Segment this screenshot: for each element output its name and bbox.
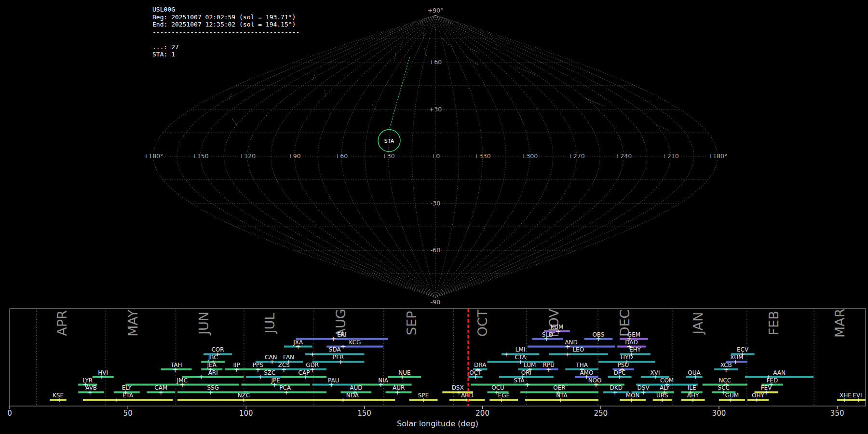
meteor-trail bbox=[468, 47, 479, 53]
shower-AAN: AAN+ bbox=[745, 369, 814, 381]
shower-peak-marker: + bbox=[518, 358, 523, 366]
latitude-label: +90° bbox=[428, 7, 444, 14]
x-axis-tick-label: 250 bbox=[594, 409, 608, 418]
shower-activity-timeline: APRMAYJUNJULAUGSEPOCTNOVDECJANFEBMARKUM+… bbox=[0, 304, 868, 434]
shower-EVI: EVI+ bbox=[849, 392, 866, 404]
shower-code-label: NDA bbox=[346, 392, 359, 399]
shower-XHE: XHE+ bbox=[837, 392, 854, 404]
shower-peak-marker: + bbox=[284, 389, 289, 396]
shower-activity-bar bbox=[83, 399, 173, 401]
shower-peak-marker: + bbox=[558, 396, 563, 404]
shower-peak-marker: + bbox=[113, 396, 119, 404]
longitude-label: +0 bbox=[431, 152, 440, 160]
shower-peak-marker: + bbox=[296, 343, 301, 350]
shower-peak-marker: + bbox=[617, 373, 623, 380]
shower-peak-marker: + bbox=[302, 373, 308, 380]
shower-peak-marker: + bbox=[255, 366, 260, 373]
longitude-label: +300 bbox=[521, 152, 538, 160]
month-label: SEP bbox=[404, 311, 419, 335]
shower-PAU: PAU+ bbox=[312, 377, 355, 389]
shower-code-label: AAN bbox=[773, 369, 786, 376]
divider: --------------------------------------- bbox=[152, 28, 299, 36]
shower-JXA: JXA+ bbox=[284, 339, 312, 351]
longitude-label: +240 bbox=[615, 152, 632, 160]
shower-OBS: OBS+ bbox=[584, 331, 613, 343]
shower-peak-marker: + bbox=[281, 366, 286, 373]
shower-ERI: ERI+ bbox=[296, 331, 388, 343]
x-axis-tick-label: 350 bbox=[830, 409, 844, 418]
meteor-trail bbox=[372, 105, 377, 111]
meteor-radiant-plot: +180°+150+120+90+60+30+0+330+300+270+240… bbox=[0, 0, 868, 434]
shower-KSE: KSE+ bbox=[50, 392, 66, 404]
month-label: JAN bbox=[691, 312, 705, 335]
meteor-trail bbox=[232, 119, 236, 125]
longitude-label: +150 bbox=[192, 152, 208, 160]
station-id: USL00G bbox=[152, 6, 299, 14]
shower-peak-marker: + bbox=[179, 381, 185, 388]
shower-peak-marker: + bbox=[173, 366, 178, 373]
x-axis-tick-label: 100 bbox=[239, 409, 253, 418]
shower-SPE: SPE+ bbox=[409, 392, 438, 404]
shower-peak-marker: + bbox=[57, 396, 62, 404]
x-axis-tick-label: 300 bbox=[712, 409, 726, 418]
shower-peak-marker: + bbox=[338, 358, 343, 366]
shower-ORI: ORI+ bbox=[499, 369, 554, 381]
month-label: MAR bbox=[832, 309, 847, 338]
shower-peak-marker: + bbox=[641, 389, 646, 396]
shower-peak-marker: + bbox=[660, 396, 665, 404]
shower-TAH: TAH+ bbox=[161, 362, 192, 373]
shower-peak-marker: + bbox=[764, 389, 769, 396]
sky-map: +180°+150+120+90+60+30+0+330+300+270+240… bbox=[0, 0, 868, 309]
longitude-label: +270 bbox=[568, 152, 584, 160]
shower-peak-marker: + bbox=[856, 396, 861, 404]
month-label: JUN bbox=[196, 312, 211, 336]
shower-JPE: JPE+ bbox=[242, 377, 310, 389]
meteor-trail bbox=[656, 125, 670, 131]
x-axis-tick-label: 50 bbox=[123, 409, 133, 418]
shower-code-label: KCG bbox=[349, 339, 361, 346]
month-label: JUL bbox=[262, 313, 277, 335]
shower-peak-marker: + bbox=[525, 381, 530, 388]
shower-peak-marker: + bbox=[234, 366, 239, 373]
shower-activity-bar bbox=[310, 399, 395, 401]
meteor-trail bbox=[325, 91, 326, 97]
shower-DKD: DKD+ bbox=[603, 384, 629, 396]
longitude-label: +180° bbox=[144, 152, 163, 160]
shower-peak-marker: + bbox=[723, 366, 729, 373]
month-label: OCT bbox=[475, 309, 490, 337]
meteor-trail bbox=[443, 39, 448, 45]
meteor-trail bbox=[516, 67, 535, 75]
shower-code-label: ETA bbox=[122, 392, 134, 399]
shower-peak-marker: + bbox=[272, 381, 277, 388]
shower-peak-marker: + bbox=[87, 389, 93, 396]
shower-peak-marker: + bbox=[596, 335, 601, 342]
shower-peak-marker: + bbox=[652, 373, 658, 380]
meteor-trail bbox=[312, 75, 314, 81]
x-axis-tick-label: 150 bbox=[357, 409, 371, 418]
shower-peak-marker: + bbox=[503, 351, 509, 358]
shower-peak-marker: + bbox=[395, 389, 400, 396]
shower-peak-marker: + bbox=[241, 396, 246, 404]
shower-peak-marker: + bbox=[310, 366, 315, 373]
meteor-trail bbox=[585, 98, 604, 106]
shower-AUR: AUR+ bbox=[386, 384, 412, 396]
shower-peak-marker: + bbox=[399, 373, 405, 380]
shower-code-label: SDA bbox=[329, 346, 341, 353]
shower-peak-marker: + bbox=[331, 335, 336, 342]
shower-activity-bar bbox=[745, 376, 814, 378]
shower-peak-marker: + bbox=[841, 396, 847, 404]
shower-code-label: ERI bbox=[337, 331, 346, 338]
shower-activity-bar bbox=[182, 376, 244, 378]
latitude-label: +60 bbox=[429, 58, 442, 66]
shower-peak-marker: + bbox=[310, 351, 315, 358]
begin-time: Beg: 20251007 02:02:59 (sol = 193.71°) bbox=[152, 14, 299, 21]
shower-CAM: CAM+ bbox=[147, 384, 175, 396]
shower-NZC: NZC+ bbox=[177, 392, 310, 404]
shower-code-label: LEO bbox=[572, 346, 584, 353]
shower-activity-bar bbox=[528, 346, 615, 348]
shower-QUA: QUA+ bbox=[686, 369, 702, 381]
shower-peak-marker: + bbox=[328, 381, 334, 388]
observation-info: USL00G Beg: 20251007 02:02:59 (sol = 193… bbox=[152, 6, 299, 58]
x-axis-title: Solar longitude (deg) bbox=[397, 419, 478, 428]
shower-AND: AND+ bbox=[528, 339, 615, 351]
